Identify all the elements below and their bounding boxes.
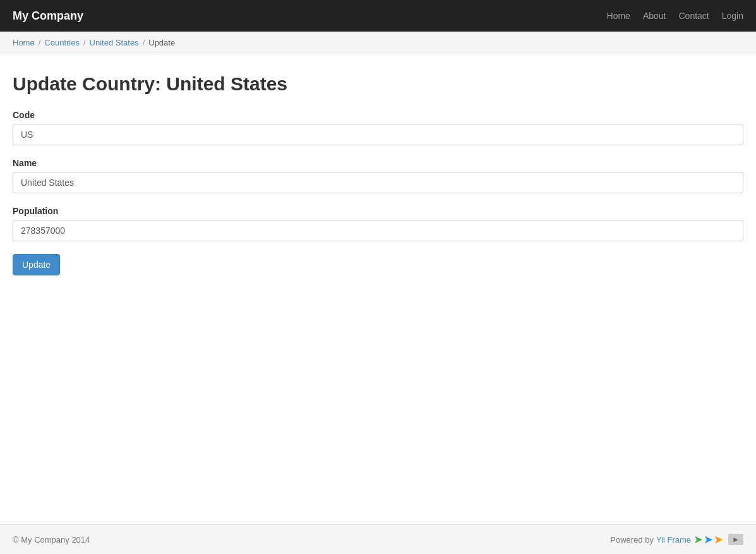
breadcrumb-item-countries: Countries [44, 38, 80, 47]
breadcrumb-item-home: Home [13, 38, 35, 47]
scroll-button[interactable]: ► [728, 534, 743, 545]
population-input[interactable] [13, 220, 743, 241]
breadcrumb-item-update: Update [148, 38, 175, 47]
footer: © My Company 2014 Powered by Yii Frame ➤… [0, 524, 756, 554]
breadcrumb-separator-3: / [143, 38, 145, 47]
footer-powered: Powered by Yii Frame ➤ ➤ ➤ ► [610, 534, 743, 545]
nav-item-about: About [643, 11, 666, 21]
breadcrumb-current: Update [148, 38, 175, 47]
page-title: Update Country: United States [13, 73, 743, 95]
breadcrumb: Home / Countries / United States / Updat… [13, 38, 743, 47]
nav-link-about[interactable]: About [643, 11, 666, 21]
breadcrumb-separator-1: / [39, 38, 41, 47]
nav-item-contact: Contact [678, 11, 709, 21]
breadcrumb-item-united-states: United States [90, 38, 139, 47]
main-content: Update Country: United States Code Name … [0, 54, 756, 524]
navbar: My Company Home About Contact Login [0, 0, 756, 32]
breadcrumb-separator-2: / [83, 38, 86, 47]
update-button[interactable]: Update [13, 254, 60, 275]
form-group-name: Name [13, 158, 743, 193]
footer-copyright: © My Company 2014 [13, 535, 90, 545]
nav-link-contact[interactable]: Contact [678, 11, 709, 21]
nav-link-login[interactable]: Login [722, 11, 743, 21]
footer-yii-link[interactable]: Yii Frame [656, 535, 691, 545]
breadcrumb-link-home[interactable]: Home [13, 38, 35, 47]
yii-logo-leaf2: ➤ [704, 534, 713, 545]
navbar-brand[interactable]: My Company [13, 9, 83, 23]
nav-item-login: Login [722, 11, 743, 21]
code-label: Code [13, 110, 743, 120]
code-input[interactable] [13, 124, 743, 145]
nav-link-home[interactable]: Home [607, 11, 630, 21]
name-input[interactable] [13, 172, 743, 193]
form-group-code: Code [13, 110, 743, 145]
breadcrumb-bar: Home / Countries / United States / Updat… [0, 32, 756, 54]
navbar-nav: Home About Contact Login [607, 11, 743, 21]
form-group-population: Population [13, 206, 743, 241]
yii-logo-icon: ➤ ➤ ➤ [693, 534, 723, 545]
footer-powered-text: Powered by [610, 535, 654, 545]
breadcrumb-link-united-states[interactable]: United States [90, 38, 139, 47]
name-label: Name [13, 158, 743, 168]
yii-logo-leaf1: ➤ [693, 534, 703, 545]
nav-item-home: Home [607, 11, 630, 21]
breadcrumb-link-countries[interactable]: Countries [44, 38, 80, 47]
population-label: Population [13, 206, 743, 216]
yii-logo-leaf3: ➤ [714, 534, 723, 545]
update-form: Code Name Population Update [13, 110, 743, 275]
